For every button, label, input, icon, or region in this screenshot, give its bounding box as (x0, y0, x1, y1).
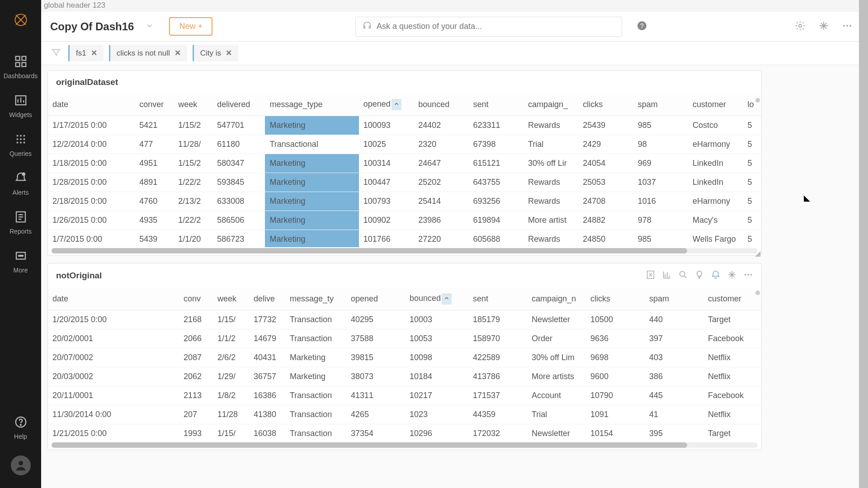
search-box[interactable] (355, 17, 622, 37)
column-header[interactable]: clicks (578, 94, 633, 116)
sidebar-item-label: Widgets (9, 111, 32, 118)
cell: 477 (135, 135, 174, 154)
cell: 2062 (179, 367, 213, 386)
column-header[interactable]: clicks (586, 288, 645, 310)
cell: 171537 (468, 386, 527, 405)
user-avatar[interactable] (11, 455, 31, 475)
close-icon[interactable]: ✕ (226, 48, 232, 58)
column-header[interactable]: date (48, 288, 179, 310)
widget-originaldataset: originalDataset dateconverweekdeliveredm… (47, 70, 762, 256)
column-header[interactable]: week (213, 288, 249, 310)
dashboard-dropdown[interactable] (142, 18, 157, 35)
column-header[interactable]: campaign_ (524, 94, 578, 116)
column-header[interactable]: conver (135, 94, 174, 116)
cell: 9698 (586, 348, 645, 367)
filter-label: City is (200, 49, 221, 58)
sort-asc-icon[interactable] (392, 99, 401, 110)
chart-icon[interactable] (662, 270, 672, 282)
column-header[interactable]: week (174, 94, 212, 116)
resize-handle[interactable]: ◢ (755, 249, 760, 254)
vertical-scrollbar[interactable] (755, 291, 760, 441)
table-row[interactable]: 1/20/2015 0:0021681/15/17732Transaction4… (48, 310, 761, 329)
column-header[interactable]: delive (249, 288, 285, 310)
cell: 61180 (212, 135, 265, 154)
lightbulb-icon[interactable] (694, 270, 704, 282)
table-row[interactable]: 1/17/2015 0:0054211/15/2547701Marketing1… (48, 116, 761, 135)
sidebar-item-queries[interactable]: Queries (0, 125, 41, 164)
filter-chip-city[interactable]: City is✕ (193, 45, 238, 61)
vertical-scrollbar[interactable] (755, 98, 760, 246)
column-header[interactable]: spam (645, 288, 703, 310)
column-header[interactable]: sent (469, 94, 524, 116)
cell: 969 (633, 154, 688, 173)
page-scrollbar[interactable] (859, 0, 868, 488)
sidebar-item-more[interactable]: More (0, 241, 41, 280)
table-row[interactable]: 20/07/000220872/6/240431Marketing3981510… (48, 348, 761, 367)
search-icon[interactable] (678, 270, 688, 282)
table-row[interactable]: 11/30/2014 0:0020711/2841380Transaction4… (48, 405, 761, 424)
column-header[interactable]: spam (633, 94, 688, 116)
svg-point-23 (19, 461, 23, 465)
filter-chip-clicks[interactable]: clicks is not null✕ (109, 45, 187, 61)
table-row[interactable]: 20/02/000120661/1/214679Transaction37588… (48, 329, 761, 348)
cell: Trial (524, 135, 578, 154)
svg-point-19 (20, 255, 21, 257)
more-menu-icon[interactable] (838, 17, 856, 37)
sort-asc-icon[interactable] (442, 293, 452, 305)
column-header[interactable]: bounced (414, 94, 468, 116)
filter-icon[interactable] (49, 46, 63, 61)
column-header[interactable]: delivered (212, 94, 265, 116)
app-logo[interactable] (12, 11, 30, 29)
table-row[interactable]: 20/11/000121131/8/216386Transaction41311… (48, 386, 761, 405)
settings-icon[interactable] (791, 17, 809, 37)
column-header[interactable]: customer (703, 288, 761, 310)
close-icon[interactable]: ✕ (175, 48, 181, 58)
sidebar-item-reports[interactable]: Reports (0, 202, 41, 241)
sidebar-item-label: Queries (9, 150, 32, 157)
column-header[interactable]: message_type (265, 94, 359, 116)
horizontal-scrollbar[interactable] (52, 248, 758, 253)
column-header[interactable]: bounced (405, 288, 468, 310)
horizontal-scrollbar[interactable] (52, 442, 758, 448)
column-header[interactable]: sent (468, 288, 527, 310)
column-header[interactable]: opened (359, 94, 414, 116)
sparkle-icon[interactable] (815, 17, 833, 37)
column-header[interactable]: conv (179, 288, 213, 310)
svg-point-6 (17, 135, 18, 136)
search-input[interactable] (377, 22, 615, 31)
sidebar-item-alerts[interactable]: Alerts (0, 164, 41, 202)
column-header[interactable]: opened (346, 288, 405, 310)
table-row[interactable]: 1/28/2015 0:0048911/22/2593845Marketing1… (48, 173, 761, 192)
sparkle-icon[interactable] (727, 270, 737, 282)
cell: 25439 (578, 116, 633, 135)
column-header[interactable]: campaign_n (527, 288, 586, 310)
cell: 98 (633, 135, 688, 154)
column-header[interactable]: date (48, 94, 135, 116)
table-row[interactable]: 1/21/2015 0:0019931/15/16038Transaction3… (48, 424, 761, 442)
svg-point-32 (745, 274, 746, 276)
svg-point-27 (843, 25, 845, 27)
table-row[interactable]: 1/26/2015 0:0049351/22/2586506Marketing1… (48, 211, 761, 230)
table-row[interactable]: 20/03/000220621/29/36757Marketing3807310… (48, 367, 761, 386)
more-icon[interactable] (743, 270, 753, 282)
sidebar-item-help[interactable]: Help (0, 408, 41, 446)
help-top-icon[interactable]: ? (633, 17, 651, 37)
filter-chip-fs1[interactable]: fs1✕ (68, 45, 104, 61)
sidebar-item-dashboards[interactable]: Dashboards (0, 47, 41, 86)
table-row[interactable]: 1/7/2015 0:0054391/1/20586723Marketing10… (48, 230, 761, 248)
export-icon[interactable] (646, 270, 656, 282)
svg-point-28 (846, 25, 848, 27)
table-row[interactable]: 1/18/2015 0:0049511/15/2580347Marketing1… (48, 154, 761, 173)
bell-icon[interactable] (711, 270, 721, 282)
column-header[interactable]: customer (688, 94, 743, 116)
new-button[interactable]: New + (169, 17, 212, 36)
column-header[interactable]: message_ty (285, 288, 346, 310)
close-icon[interactable]: ✕ (91, 48, 97, 58)
table-row[interactable]: 2/18/2015 0:0047602/13/2633008Marketing1… (48, 192, 761, 211)
cell: 25414 (414, 192, 468, 211)
cell: 20/11/0001 (48, 386, 179, 405)
sidebar-item-widgets[interactable]: Widgets (0, 86, 41, 125)
svg-point-22 (20, 424, 21, 425)
cell: 24850 (578, 230, 633, 248)
table-row[interactable]: 12/2/2014 0:0047711/28/61180Transactiona… (48, 135, 761, 154)
